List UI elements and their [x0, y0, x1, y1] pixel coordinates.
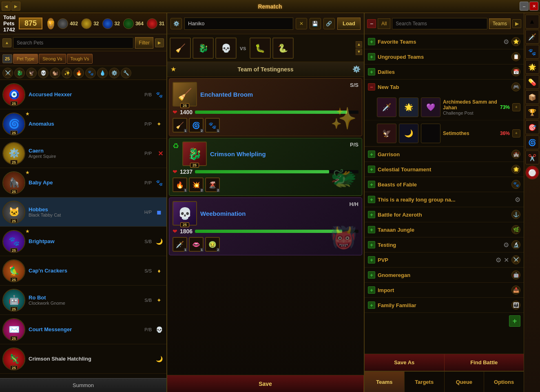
- expand-tanaan-btn[interactable]: +: [368, 226, 375, 233]
- team-plus-btn-1[interactable]: +: [512, 103, 520, 111]
- player-name-input[interactable]: [184, 18, 293, 30]
- collapse-newtab-btn[interactable]: −: [368, 83, 375, 91]
- team-group-header-beasts[interactable]: + Beasts of Fable 🐾: [365, 177, 524, 192]
- close-team-btn[interactable]: ✕: [296, 18, 307, 29]
- team-plus-btn-2[interactable]: +: [512, 129, 520, 137]
- list-item[interactable]: 🦅 🌙 Setimothes 36% +: [365, 120, 524, 146]
- pet-type-settings[interactable]: 🔧: [121, 68, 131, 78]
- list-item[interactable]: 🦍 25 ★ Baby Ape P/P 🐾: [0, 168, 166, 197]
- team-group-header-longname[interactable]: + This is a really long group na... ⚙: [365, 192, 524, 207]
- far-right-icon-9[interactable]: ✂️: [525, 151, 539, 164]
- far-right-scroll-up[interactable]: ▲: [525, 15, 539, 29]
- settings-btn[interactable]: ⚙️: [170, 18, 182, 29]
- vs-pet-1[interactable]: 🧹: [170, 38, 191, 59]
- ability-slot-3-2[interactable]: 👄1: [189, 237, 204, 252]
- nav-next-btn[interactable]: ▶: [11, 2, 20, 11]
- pet-type-mechanical[interactable]: ⚙️: [109, 68, 120, 78]
- team-group-header-family[interactable]: + Family Familiar 👨‍👩‍👧: [365, 298, 524, 312]
- pet-type-undead[interactable]: 💀: [38, 68, 49, 78]
- team-group-header-gnomeregan[interactable]: + Gnomeregan 🤖: [365, 268, 524, 282]
- list-item[interactable]: 🌀 25 ★ Anomalus P/P ✦: [0, 109, 166, 139]
- tab-queue[interactable]: Queue: [445, 372, 485, 392]
- pet-type-aquatic[interactable]: 💧: [97, 68, 108, 78]
- add-group-btn[interactable]: +: [509, 315, 520, 327]
- far-right-icon-1[interactable]: 🗡️: [525, 30, 539, 44]
- expand-dailies-btn[interactable]: +: [368, 68, 375, 75]
- team-group-header-newtab[interactable]: − New Tab 🎮: [365, 80, 524, 94]
- ability-slot-1-3[interactable]: 🐾1: [205, 118, 220, 133]
- far-right-icon-8[interactable]: 🌀: [525, 135, 539, 149]
- ability-slot-2-3[interactable]: 🌋2: [205, 177, 220, 192]
- list-item[interactable]: 🐾 25 ★ Brightpaw S/B 🌙: [0, 227, 166, 256]
- find-battle-btn[interactable]: Find Battle: [445, 354, 524, 371]
- ability-slot-3-1[interactable]: 🗡️1: [173, 237, 187, 252]
- far-right-icon-3[interactable]: 🌟: [525, 60, 539, 74]
- pet-type-beast[interactable]: 🐾: [85, 68, 96, 78]
- expand-beasts-btn[interactable]: +: [368, 181, 375, 188]
- vs-pet-3[interactable]: 💀: [215, 38, 237, 59]
- pet-list[interactable]: 🧿 25 Accursed Hexxer P/B 🐾 🌀 25 ★ Anomal…: [0, 80, 166, 378]
- expand-import-btn[interactable]: +: [368, 286, 375, 294]
- far-right-icon-2[interactable]: 🐾: [525, 45, 539, 59]
- far-right-icon-4[interactable]: 💊: [525, 75, 539, 89]
- load-btn[interactable]: Load: [337, 18, 361, 30]
- gear-icon-favorites[interactable]: ⚙: [503, 38, 509, 46]
- ability-slot-3-3[interactable]: 🤢2: [205, 237, 220, 252]
- team-group-header-testing[interactable]: + Testing ⚙ 🔬: [365, 237, 524, 252]
- filter-btn[interactable]: Filter: [135, 37, 153, 49]
- favorite-btn[interactable]: ★: [170, 65, 176, 73]
- scroll-up-btn[interactable]: ▲: [356, 41, 362, 48]
- link-btn[interactable]: 🔗: [323, 18, 335, 29]
- expand-family-btn[interactable]: +: [368, 301, 375, 309]
- collapse-left-btn[interactable]: ▲: [2, 38, 11, 47]
- ability-slot-1-2[interactable]: 🌀2: [189, 118, 204, 133]
- list-item[interactable]: 🦜 25 Cap'n Crackers S/S ♦: [0, 256, 166, 286]
- team-group-header-celestial[interactable]: + Celestial Tournament 🌟: [365, 162, 524, 177]
- save-as-btn[interactable]: Save As: [365, 354, 445, 371]
- tab-tough-vs[interactable]: Tough Vs: [67, 54, 93, 64]
- list-item[interactable]: 🦎 25 Crimson Shale Hatchling 🌙: [0, 344, 166, 374]
- teams-btn[interactable]: Teams: [489, 18, 511, 29]
- expand-celestial-btn[interactable]: +: [368, 166, 375, 173]
- gear-icon-testing[interactable]: ⚙: [503, 241, 509, 249]
- close-icon-pvp[interactable]: ✕: [504, 256, 509, 264]
- pet-type-elemental[interactable]: 🔥: [73, 68, 84, 78]
- far-right-icon-6[interactable]: 🏆: [525, 105, 539, 119]
- expand-testing-btn[interactable]: +: [368, 241, 375, 248]
- list-item[interactable]: ⚙️ 25 Caern Argent Squire P/P ✕: [0, 139, 166, 168]
- ability-slot-2-2[interactable]: 💥2: [189, 177, 204, 192]
- pet-card-3[interactable]: 💀 25 Weebomination H/H ❤ 1806 �: [169, 197, 362, 255]
- team-group-header-pvp[interactable]: + PVP ⚙ ✕ ⚔️: [365, 252, 524, 267]
- expand-garrison-btn[interactable]: +: [368, 151, 375, 158]
- expand-bfa-btn[interactable]: +: [368, 211, 375, 218]
- tab-teams[interactable]: Teams: [365, 372, 405, 392]
- pet-type-dragonkin[interactable]: 🐉: [14, 68, 25, 78]
- far-right-icon-5[interactable]: 📦: [525, 90, 539, 104]
- team-list[interactable]: + Favorite Teams ⚙ ⭐ + Ungrouped Teams 📋…: [365, 34, 524, 354]
- ability-slot-1-1[interactable]: 🧹1: [173, 118, 187, 133]
- tab-targets[interactable]: Targets: [405, 372, 445, 392]
- team-group-header-tanaan[interactable]: + Tanaan Jungle 🌿: [365, 222, 524, 237]
- expand-gnomeregan-btn[interactable]: +: [368, 271, 375, 279]
- pet-search-input[interactable]: [13, 37, 133, 49]
- far-right-icon-7[interactable]: 🎯: [525, 120, 539, 134]
- tab-options[interactable]: Options: [484, 372, 524, 392]
- pet-type-flying[interactable]: 🦅: [26, 68, 37, 78]
- nav-prev-btn[interactable]: ◀: [2, 2, 11, 11]
- pet-card-1[interactable]: 🧹 25 Enchanted Broom S/S ❤ 1400: [169, 78, 362, 136]
- gear-icon-pvp[interactable]: ⚙: [496, 256, 501, 264]
- vs-enemy-1[interactable]: 🐛: [250, 38, 271, 59]
- team-group-header-garrison[interactable]: + Garrison 🏰: [365, 147, 524, 162]
- save-btn[interactable]: Save: [167, 375, 364, 392]
- team-settings-btn[interactable]: ⚙️: [352, 65, 361, 73]
- vs-pet-2[interactable]: 🐉: [193, 38, 214, 59]
- pet-type-humanoid[interactable]: ⚔️: [2, 68, 13, 78]
- team-group-header-ungrouped[interactable]: + Ungrouped Teams 📋: [365, 49, 524, 64]
- close-btn[interactable]: ✕: [529, 2, 538, 11]
- pet-card-2[interactable]: ♻ 🐉 25 Crimson Whelpling P/S ❤ 1237: [169, 138, 362, 196]
- expand-pvp-btn[interactable]: +: [368, 256, 375, 264]
- expand-longname-btn[interactable]: +: [368, 196, 375, 203]
- minimize-btn[interactable]: –: [520, 2, 529, 11]
- far-right-icon-10[interactable]: ⚪: [525, 166, 539, 179]
- all-btn[interactable]: All: [378, 18, 390, 29]
